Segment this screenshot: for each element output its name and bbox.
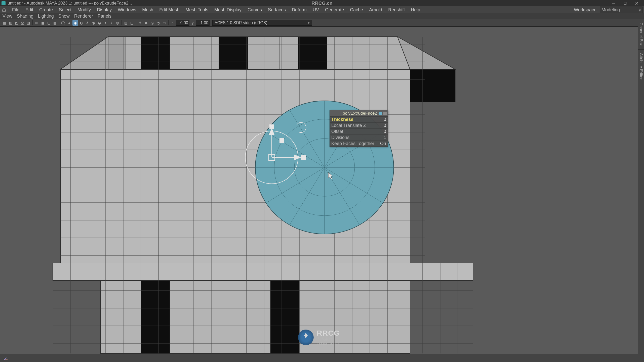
menu-mesh[interactable]: Mesh — [139, 7, 156, 13]
panel-renderer[interactable]: Renderer — [74, 14, 93, 19]
camera-bookmark-icon[interactable]: ◧ — [8, 20, 13, 26]
popup-close-icon[interactable] — [383, 112, 387, 115]
title-center-brand: RRCG.cn — [311, 1, 332, 6]
panel-view[interactable]: View — [3, 14, 12, 19]
use-lights-icon[interactable]: ☀ — [85, 20, 90, 26]
panel-panels[interactable]: Panels — [98, 14, 111, 19]
two-side-icon[interactable]: ◨ — [26, 20, 31, 26]
aa-icon[interactable]: ✧ — [109, 20, 114, 26]
chevron-down-icon: ▾ — [308, 20, 310, 25]
xray-comp-icon[interactable]: ✖ — [143, 20, 149, 26]
wire-on-shaded-icon[interactable]: ◉ — [72, 20, 78, 26]
panel-shading[interactable]: Shading — [17, 14, 33, 19]
popup-row-offset[interactable]: Offset 0 — [330, 128, 388, 134]
dof-icon[interactable]: ◍ — [115, 20, 120, 26]
viewport-persp[interactable]: polyExtrudeFace2 Thickness 0 Local Trans… — [0, 27, 638, 354]
menu-create[interactable]: Create — [36, 7, 56, 13]
extrude-popup[interactable]: polyExtrudeFace2 Thickness 0 Local Trans… — [330, 110, 388, 147]
window-maximize-button[interactable] — [619, 0, 631, 6]
svg-rect-21 — [53, 263, 473, 353]
isolate-select-icon[interactable]: ▥ — [123, 20, 129, 26]
workspace-dropdown[interactable]: Modeling — [600, 7, 642, 13]
menu-edit-mesh[interactable]: Edit Mesh — [156, 7, 182, 13]
node-indicator-icon[interactable] — [379, 112, 382, 115]
home-icon[interactable] — [2, 7, 7, 12]
title-bar: untitled* - Autodesk MAYA 2023.1: untitl… — [0, 0, 644, 6]
isolate-label: isolate : persp — [317, 342, 340, 345]
dock-channel-box[interactable]: Channel Box — [638, 19, 644, 50]
menu-display[interactable]: Display — [94, 7, 115, 13]
scene-canvas — [0, 27, 638, 354]
axis-indicator-icon — [3, 355, 9, 362]
wireframe-icon[interactable]: ◯ — [60, 20, 66, 26]
viewport-toolbar: ▦ ◧ ◩ ▧ ◨ ⊞ ▣ ▢ ▤ ◯ ● ◉ ◐ ☀ ◑ ◒ ✦ ✧ ◍ ▥ … — [0, 19, 644, 27]
exposure-icon[interactable]: ☼ — [170, 20, 175, 26]
textured-icon[interactable]: ◐ — [78, 20, 84, 26]
menu-file[interactable]: File — [9, 7, 22, 13]
xray-icon[interactable]: ◫ — [129, 20, 135, 26]
svg-rect-39 — [280, 139, 284, 143]
menu-windows[interactable]: Windows — [115, 7, 139, 13]
popup-row-keep-faces[interactable]: Keep Faces Together On — [330, 141, 388, 147]
panel-show[interactable]: Show — [58, 14, 70, 19]
panel-menu-bar: View Shading Lighting Show Renderer Pane… — [0, 13, 644, 19]
svg-rect-1 — [624, 2, 626, 4]
window-title: untitled* - Autodesk MAYA 2023.1: untitl… — [8, 1, 132, 6]
exposure-field[interactable] — [176, 20, 189, 26]
xray-joints-icon[interactable]: ✚ — [137, 20, 143, 26]
svg-line-43 — [4, 358, 7, 360]
menu-edit[interactable]: Edit — [22, 7, 36, 13]
right-dock: Channel Box Attribute Editor — [638, 19, 644, 354]
image-plane-icon[interactable]: ▧ — [20, 20, 25, 26]
menu-help[interactable]: Help — [408, 7, 423, 13]
menu-bar: File Edit Create Select Modify Display W… — [0, 6, 644, 13]
resolution-gate-icon[interactable]: ▢ — [46, 20, 52, 26]
workspace-selector: Workspace: Modeling ▾ — [574, 7, 642, 13]
window-close-button[interactable] — [631, 0, 642, 6]
popup-title: polyExtrudeFace2 — [331, 111, 379, 116]
menu-uv[interactable]: UV — [310, 7, 322, 13]
poly-count-icon[interactable]: ◎ — [149, 20, 155, 26]
workspace-label: Workspace: — [574, 7, 598, 13]
status-bar — [0, 354, 644, 362]
smooth-shade-icon[interactable]: ● — [66, 20, 72, 26]
watermark-text: RRCG — [317, 329, 340, 337]
popup-row-divisions[interactable]: Divisions 1 — [330, 134, 388, 141]
watermark-sub: 人人素材 — [317, 337, 340, 341]
menu-curves[interactable]: Curves — [245, 7, 265, 13]
menu-mesh-tools[interactable]: Mesh Tools — [182, 7, 211, 13]
hud-icon[interactable]: ▭ — [162, 20, 167, 26]
menu-generate[interactable]: Generate — [322, 7, 347, 13]
menu-redshift[interactable]: Redshift — [385, 7, 408, 13]
camera-attr-icon[interactable]: ◩ — [14, 20, 19, 26]
menu-cache[interactable]: Cache — [347, 7, 366, 13]
color-space-dropdown[interactable]: ACES 1.0 SDR-video (sRGB) ▾ — [212, 20, 312, 26]
grid-icon[interactable]: ⊞ — [34, 20, 39, 26]
panel-lighting[interactable]: Lighting — [38, 14, 54, 19]
menu-arnold[interactable]: Arnold — [366, 7, 385, 13]
ao-icon[interactable]: ◒ — [97, 20, 102, 26]
popup-row-local-translate-z[interactable]: Local Translate Z 0 — [330, 122, 388, 128]
gate-mask-icon[interactable]: ▤ — [52, 20, 58, 26]
watermark: RRCG 人人素材 isolate : persp — [298, 329, 340, 345]
motion-blur-icon[interactable]: ✦ — [103, 20, 108, 26]
menu-select[interactable]: Select — [56, 7, 74, 13]
app-icon — [2, 1, 6, 5]
gamma-icon[interactable]: γ — [190, 20, 195, 26]
menu-mesh-display[interactable]: Mesh Display — [211, 7, 245, 13]
watermark-logo-icon — [298, 330, 314, 345]
svg-rect-37 — [301, 155, 305, 159]
menu-surfaces[interactable]: Surfaces — [265, 7, 289, 13]
dock-attribute-editor[interactable]: Attribute Editor — [638, 50, 644, 83]
subd-icon[interactable]: ◔ — [155, 20, 161, 26]
window-minimize-button[interactable] — [608, 0, 619, 6]
menu-deform[interactable]: Deform — [289, 7, 310, 13]
camera-select-icon[interactable]: ▦ — [2, 20, 7, 26]
film-gate-icon[interactable]: ▣ — [40, 20, 46, 26]
shadows-icon[interactable]: ◑ — [91, 20, 96, 26]
popup-row-thickness[interactable]: Thickness 0 — [330, 116, 388, 122]
menu-modify[interactable]: Modify — [74, 7, 94, 13]
gamma-field[interactable] — [196, 20, 210, 26]
color-space-label: ACES 1.0 SDR-video (sRGB) — [215, 21, 267, 25]
svg-rect-34 — [270, 125, 274, 129]
